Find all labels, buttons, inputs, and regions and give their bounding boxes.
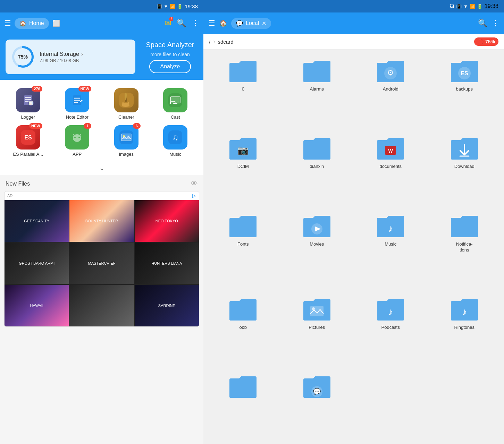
right-more-icon[interactable]: ⋮	[492, 19, 499, 28]
svg-point-18	[170, 102, 171, 104]
ad-text-9: SARDINE	[157, 302, 177, 309]
cleaner-label: Cleaner	[118, 114, 134, 120]
ad-text-3: NEO TOKYO	[154, 217, 179, 224]
svg-point-46	[312, 307, 315, 310]
ad-cell-4: GHOST BARO AHMI	[5, 242, 69, 284]
app-item-cast[interactable]: Cast	[151, 85, 200, 122]
file-grid: 0 Alarms ⚙ Android	[203, 50, 504, 444]
left-more-icon[interactable]: ⋮	[192, 19, 199, 28]
folder-item-android[interactable]: ⚙ Android	[354, 53, 428, 130]
folder-item-0[interactable]: 0	[206, 53, 280, 130]
right-home-icon[interactable]: 🏠	[219, 19, 227, 27]
right-search-icon[interactable]: 🔍	[478, 19, 487, 28]
folder-notifications-label: Notifica-tions	[456, 241, 473, 253]
breadcrumb-sep: ›	[213, 39, 215, 45]
analyzer-sub: more files to clean	[150, 52, 190, 57]
images-icon	[114, 125, 138, 150]
local-button[interactable]: 💬 Local ✕	[231, 18, 271, 29]
storage-circle: 75%	[11, 45, 35, 69]
note-editor-label: Note Editor	[66, 114, 89, 120]
svg-text:W: W	[388, 148, 393, 154]
folder-music-icon: ♪	[376, 213, 405, 239]
ad-text-7: HAWAII	[29, 302, 45, 309]
folder-android-icon: ⚙	[376, 58, 405, 84]
folder-item-backups[interactable]: ES backups	[428, 53, 502, 130]
folder-item-extra1[interactable]	[206, 369, 280, 441]
expand-button[interactable]: ⌄	[99, 164, 105, 172]
folder-item-ringtones[interactable]: ♪ Ringtones	[428, 291, 502, 369]
folder-item-notifications[interactable]: Notifica-tions	[428, 208, 502, 291]
storage-info-box[interactable]: 75% Internal Storage › 7.99 GB / 10.68 G…	[6, 40, 135, 74]
folder-item-alarms[interactable]: Alarms	[280, 53, 354, 130]
visibility-button[interactable]: 👁	[191, 180, 198, 188]
folder-backups-icon: ES	[450, 58, 479, 84]
ad-cell-5: MASTERCHIEF	[69, 242, 134, 284]
folder-item-extra2[interactable]: 💬	[280, 369, 354, 441]
ad-arrow-icon: ▷	[192, 193, 196, 198]
right-signal-icon: 📶	[470, 4, 475, 9]
right-wifi-icon: ▼	[463, 4, 468, 9]
breadcrumb-current[interactable]: sdcard	[218, 39, 234, 45]
folder-item-movies[interactable]: Movies	[280, 208, 354, 291]
images-label: Images	[119, 152, 134, 157]
svg-text:♪: ♪	[388, 223, 393, 234]
folder-obb-label: obb	[239, 325, 247, 331]
app-item-es-parallel[interactable]: ES NEW ES Parallel A...	[3, 122, 53, 160]
folder-android-label: Android	[383, 86, 398, 92]
home-icon: 🏠	[19, 20, 26, 27]
note-editor-badge: NEW	[78, 86, 92, 92]
app-item-app[interactable]: 1 APP	[53, 122, 102, 160]
svg-rect-4	[25, 99, 31, 100]
storage-title: Internal Storage ›	[40, 51, 83, 57]
app-item-note-editor[interactable]: NEW Note Editor	[53, 85, 102, 122]
folder-podcasts-label: Podcasts	[381, 325, 400, 331]
images-icon-wrapper: 6	[114, 125, 138, 150]
left-panel: 📳 ▼ 📶 🔋 19:38 ☰ 🏠 Home ⬜ ✉ ! 🔍 ⋮	[0, 0, 203, 444]
wifi-icon: ▼	[164, 4, 168, 9]
cast-icon-wrapper	[163, 88, 187, 112]
left-menu-icon[interactable]: ☰	[4, 19, 11, 28]
status-icons: 📳 ▼ 📶 🔋	[157, 4, 183, 9]
svg-text:📷: 📷	[237, 145, 249, 156]
folder-item-download[interactable]: Download	[428, 130, 502, 208]
folder-item-documents[interactable]: W documents	[354, 130, 428, 208]
ad-label: AD ▷	[5, 191, 199, 200]
right-menu-icon[interactable]: ☰	[208, 19, 215, 28]
ad-text-4: GHOST BARO AHMI	[17, 260, 56, 267]
right-image-icon: 🖼	[450, 4, 454, 9]
folder-download-label: Download	[454, 164, 474, 170]
es-label: ES Parallel A...	[13, 152, 43, 157]
folder-item-podcasts[interactable]: ♪ Podcasts	[354, 291, 428, 369]
folder-ringtones-label: Ringtones	[454, 325, 474, 331]
folder-fonts-icon	[228, 213, 258, 239]
folder-item-music[interactable]: ♪ Music	[354, 208, 428, 291]
folder-item-pictures[interactable]: Pictures	[280, 291, 354, 369]
folder-item-dianxin[interactable]: dianxin	[280, 130, 354, 208]
signal-icon: 📶	[170, 4, 175, 9]
app-icon-wrapper: 1	[65, 125, 89, 150]
svg-text:📊: 📊	[29, 101, 33, 105]
svg-text:♫: ♫	[172, 133, 178, 142]
folder-item-dcim[interactable]: 📷 DCIM	[206, 130, 280, 208]
left-search-icon[interactable]: 🔍	[177, 19, 186, 28]
home-button[interactable]: 🏠 Home	[15, 18, 49, 29]
app-item-music[interactable]: ♫ Music	[151, 122, 200, 160]
app-item-cleaner[interactable]: Cleaner	[102, 85, 151, 122]
app-item-images[interactable]: 6 Images	[102, 122, 151, 160]
mail-button[interactable]: ✉ !	[165, 19, 171, 28]
folder-item-fonts[interactable]: Fonts	[206, 208, 280, 291]
analyze-button[interactable]: Analyze	[149, 60, 191, 73]
folder-item-obb[interactable]: obb	[206, 291, 280, 369]
breadcrumb-root[interactable]: /	[209, 39, 210, 45]
nav-secondary-icon: ⬜	[52, 19, 60, 27]
local-close-button[interactable]: ✕	[262, 20, 266, 27]
logger-badge: 276	[32, 86, 42, 92]
ad-container: AD ▷ GET SCANITY BOUNTY HUNTER NEO TOKYO…	[4, 191, 199, 327]
app-item-logger[interactable]: 📊 276 Logger	[3, 85, 53, 122]
logger-icon: 📊	[16, 88, 40, 112]
cast-label: Cast	[171, 114, 180, 120]
ad-text-8	[100, 304, 103, 307]
right-status-bar: 🖼 📳 ▼ 📶 🔋 19:38	[203, 0, 504, 12]
folder-podcasts-icon: ♪	[376, 296, 405, 322]
right-nav-bar: ☰ 🏠 💬 Local ✕ 🔍 ⋮	[203, 12, 504, 34]
